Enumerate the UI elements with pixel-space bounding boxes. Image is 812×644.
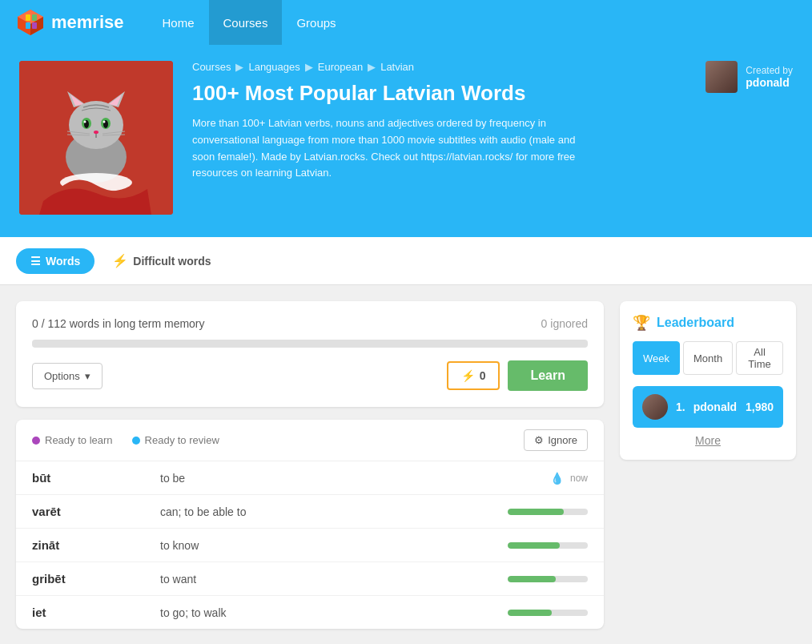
word-latvian: iet (32, 606, 160, 619)
main-content: 0 / 112 words in long term memory 0 igno… (0, 285, 812, 644)
word-row: būt to be 💧 now (16, 461, 604, 495)
word-row: iet to go; to walk (16, 596, 604, 629)
legend-learn: Ready to learn (32, 434, 113, 446)
lb-tab-alltime[interactable]: All Time (736, 341, 783, 375)
creator-label: Created by (746, 65, 793, 76)
svg-rect-5 (32, 14, 37, 21)
word-latvian: būt (32, 471, 160, 485)
nav-courses[interactable]: Courses (209, 0, 283, 45)
logo-icon (16, 8, 45, 37)
chevron-down-icon: ▾ (85, 370, 90, 382)
avatar (642, 394, 668, 420)
navbar: memrise Home Courses Groups (0, 0, 812, 45)
svg-point-20 (103, 121, 106, 123)
word-status (460, 610, 588, 616)
word-latvian: zināt (32, 538, 160, 552)
words-card: Ready to learn Ready to review ⚙ Ignore … (16, 420, 604, 629)
breadcrumb-courses[interactable]: Courses (192, 61, 231, 73)
nav-home[interactable]: Home (148, 0, 209, 45)
leaderboard-row: 1. pdonald 1,980 (633, 386, 783, 428)
lightning-icon: ⚡ (112, 253, 128, 268)
lb-tab-month[interactable]: Month (683, 341, 733, 375)
ignore-button[interactable]: ⚙ Ignore (524, 429, 588, 451)
breadcrumb-languages[interactable]: Languages (248, 61, 299, 73)
word-row: zināt to know (16, 529, 604, 562)
svg-point-21 (94, 131, 98, 134)
learn-dot-icon (32, 437, 40, 445)
learn-button[interactable]: Learn (508, 360, 588, 391)
memory-card: 0 / 112 words in long term memory 0 igno… (16, 301, 604, 407)
word-row: varēt can; to be able to (16, 495, 604, 529)
word-latvian: gribēt (32, 572, 160, 586)
list-icon: ☰ (30, 255, 41, 268)
brand[interactable]: memrise (16, 8, 124, 37)
creator-section: Created by pdonald (697, 61, 793, 93)
lb-rank: 1. (676, 400, 685, 413)
word-progress-bar (508, 542, 588, 549)
svg-rect-7 (32, 22, 37, 29)
lightning-icon: ⚡ (461, 369, 475, 382)
left-column: 0 / 112 words in long term memory 0 igno… (16, 301, 604, 629)
memory-stat: 0 / 112 words in long term memory (32, 317, 205, 330)
tab-difficult-words[interactable]: ⚡ Difficult words (103, 247, 220, 275)
word-progress-bar (508, 576, 588, 582)
tabs-bar: ☰ Words ⚡ Difficult words (0, 237, 812, 285)
memory-progress-bar (32, 340, 588, 348)
more-link[interactable]: More (695, 434, 721, 447)
word-progress-bar (508, 610, 588, 616)
leaderboard-more: More (633, 434, 783, 447)
legend-review: Ready to review (132, 434, 219, 446)
page-title: 100+ Most Popular Latvian Words (192, 81, 681, 106)
word-status (460, 576, 588, 582)
brand-text: memrise (51, 12, 124, 33)
hero-description: More than 100+ Latvian verbs, nouns and … (192, 115, 593, 182)
course-image (19, 61, 173, 215)
breadcrumb-latvian[interactable]: Latvian (380, 61, 414, 73)
avatar (705, 61, 738, 93)
right-column: 🏆 Leaderboard Week Month All Time 1. pdo… (620, 301, 796, 629)
droplet-icon: 💧 (550, 472, 564, 485)
word-progress-bar (508, 509, 588, 515)
creator-name: pdonald (746, 76, 793, 89)
ignored-stat: 0 ignored (541, 317, 588, 330)
nav-groups[interactable]: Groups (282, 0, 350, 45)
review-dot-icon (132, 437, 140, 445)
status-text: now (570, 473, 588, 484)
lightning-count-button[interactable]: ⚡ 0 (447, 361, 500, 390)
word-english: to want (160, 573, 460, 586)
hero-content: Courses ▶ Languages ▶ European ▶ Latvian… (192, 61, 681, 182)
word-status (460, 509, 588, 515)
svg-point-19 (84, 121, 86, 123)
leaderboard-tabs: Week Month All Time (633, 341, 783, 375)
svg-rect-4 (26, 14, 30, 21)
word-status (460, 542, 588, 549)
leaderboard-title: Leaderboard (657, 316, 734, 330)
breadcrumb-european[interactable]: European (318, 61, 363, 73)
word-english: to go; to walk (160, 606, 460, 619)
breadcrumb: Courses ▶ Languages ▶ European ▶ Latvian (192, 61, 681, 73)
lb-tab-week[interactable]: Week (633, 341, 680, 375)
leaderboard-card: 🏆 Leaderboard Week Month All Time 1. pdo… (620, 301, 796, 460)
trophy-icon: 🏆 (633, 314, 650, 332)
svg-rect-6 (26, 22, 30, 29)
word-english: to be (160, 472, 460, 485)
hero-section: Courses ▶ Languages ▶ European ▶ Latvian… (0, 45, 812, 237)
gear-icon: ⚙ (534, 434, 544, 446)
nav-links: Home Courses Groups (148, 0, 351, 45)
lb-name: pdonald (693, 400, 738, 413)
word-status: 💧 now (460, 472, 588, 485)
tab-words[interactable]: ☰ Words (16, 248, 94, 274)
lb-score: 1,980 (746, 400, 774, 413)
word-english: can; to be able to (160, 505, 460, 518)
options-button[interactable]: Options ▾ (32, 363, 103, 389)
word-latvian: varēt (32, 505, 160, 518)
word-row: gribēt to want (16, 562, 604, 596)
word-english: to know (160, 539, 460, 552)
